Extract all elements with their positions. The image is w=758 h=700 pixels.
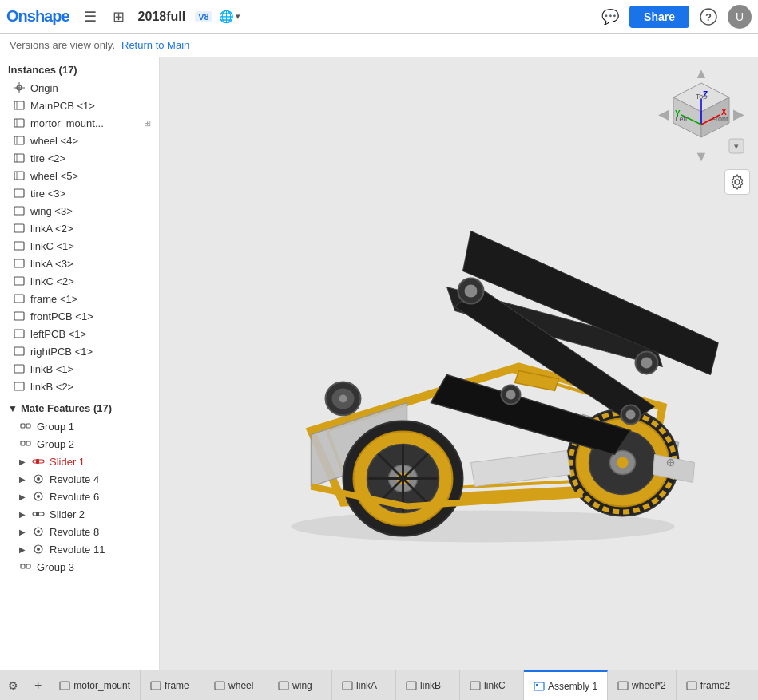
viewport-settings-button[interactable]	[724, 169, 750, 195]
group-icon	[19, 420, 32, 433]
sidebar-item-frontpcb[interactable]: frontPCB <1>	[0, 307, 159, 325]
bottom-tabs: ⚙ + motor_mount frame wheel wing linkA l…	[0, 670, 758, 700]
svg-rect-27	[21, 424, 25, 428]
tab-settings-button[interactable]: ⚙	[0, 670, 26, 700]
part-icon-13	[13, 310, 26, 322]
svg-rect-22	[14, 312, 24, 320]
sidebar-item-linkc2[interactable]: linkC <2>	[0, 272, 159, 290]
tab-icon-frame2	[686, 680, 697, 691]
tab-icon-linkb	[406, 680, 417, 691]
svg-point-93	[506, 390, 515, 399]
sidebar-item-origin[interactable]: Origin	[0, 79, 159, 97]
instances-header: Instances (17)	[0, 57, 159, 79]
revolute-icon-2	[32, 490, 45, 503]
mate-item-revolute6[interactable]: ▶ Revolute 6	[0, 488, 159, 505]
chat-button[interactable]: 💬	[597, 4, 623, 30]
mate-item-group2[interactable]: Group 2	[0, 435, 159, 453]
sidebar-item-motor-mount[interactable]: mortor_mount... ⊞	[0, 114, 159, 132]
sidebar-item-linkc1[interactable]: linkC <1>	[0, 237, 159, 255]
sidebar: Instances (17) Origin MainPCB <1> mortor…	[0, 57, 160, 670]
tab-icon-linka	[342, 680, 353, 691]
group-icon-3	[19, 560, 32, 573]
svg-point-91	[641, 357, 652, 368]
tab-wing[interactable]: wing	[268, 670, 332, 700]
svg-text:?: ?	[705, 11, 712, 23]
tab-wheel[interactable]: wheel	[204, 670, 268, 700]
3d-scene	[247, 167, 718, 560]
menu-button[interactable]: ☰	[79, 6, 101, 28]
expand-arrow-2: ▶	[19, 475, 26, 484]
svg-rect-109	[215, 682, 224, 690]
tab-frame[interactable]: frame	[141, 670, 204, 700]
svg-rect-7	[14, 119, 24, 127]
topbar-right: 💬 Share ? U	[597, 4, 752, 30]
feature-list-button[interactable]: ⊞	[108, 6, 130, 28]
expand-arrow-5: ▶	[19, 528, 26, 536]
svg-rect-19	[14, 259, 24, 267]
mate-features-header[interactable]: ▼ Mate Features (17)	[0, 399, 159, 417]
mate-item-group3[interactable]: Group 3	[0, 558, 159, 575]
sidebar-item-rightpcb[interactable]: rightPCB <1>	[0, 342, 159, 360]
tab-assembly1[interactable]: Assembly 1	[524, 670, 608, 700]
sidebar-item-frame1[interactable]: frame <1>	[0, 290, 159, 307]
tab-linka[interactable]: linkA	[332, 670, 396, 700]
sidebar-item-wheel5[interactable]: wheel <5>	[0, 167, 159, 184]
mate-item-revolute4[interactable]: ▶ Revolute 4	[0, 470, 159, 488]
mate-item-revolute11[interactable]: ▶ Revolute 11	[0, 540, 159, 558]
tab-wheel2[interactable]: wheel*2	[608, 670, 677, 700]
user-avatar[interactable]: U	[728, 5, 752, 29]
mate-item-slider2[interactable]: ▶ Slider 2	[0, 505, 159, 523]
svg-rect-107	[60, 682, 69, 690]
sidebar-item-linkb2[interactable]: linkB <2>	[0, 378, 159, 395]
3d-viewport[interactable]: ▲ ▼ ◀ ▶ Z X Y Top Left Fro	[160, 57, 758, 670]
sidebar-item-linka2[interactable]: linkA <2>	[0, 219, 159, 237]
tab-linkc[interactable]: linkC	[460, 670, 524, 700]
tab-icon-frame	[150, 680, 161, 691]
svg-rect-11	[14, 154, 24, 162]
sidebar-item-linkb1[interactable]: linkB <1>	[0, 360, 159, 378]
sidebar-item-leftpcb[interactable]: leftPCB <1>	[0, 325, 159, 342]
svg-rect-16	[14, 207, 24, 215]
return-to-main-link[interactable]: Return to Main	[121, 39, 189, 51]
svg-rect-15	[14, 189, 24, 197]
tab-frame2[interactable]: frame2	[677, 670, 740, 700]
tab-icon-wheel2	[617, 680, 629, 691]
svg-text:Top: Top	[696, 93, 708, 101]
part-icon-5	[13, 169, 26, 182]
tab-linkb[interactable]: linkB	[396, 670, 460, 700]
part-icon-17	[13, 380, 26, 393]
tab-add-button[interactable]: +	[26, 670, 50, 700]
top-bar: Onshape ☰ ⊞ 2018full full V8 🌐▾ 💬 Share …	[0, 0, 758, 34]
app-logo: Onshape	[6, 7, 69, 26]
sidebar-item-tire2[interactable]: tire <2>	[0, 149, 159, 167]
part-icon-10	[13, 257, 26, 270]
mate-item-group1[interactable]: Group 1	[0, 417, 159, 435]
svg-rect-9	[14, 136, 24, 144]
nav-cube[interactable]: ▲ ▼ ◀ ▶ Z X Y Top Left Fro	[657, 67, 745, 163]
svg-point-42	[37, 548, 40, 551]
language-selector[interactable]: 🌐▾	[219, 10, 240, 24]
sidebar-item-linka3[interactable]: linkA <3>	[0, 255, 159, 272]
svg-rect-111	[343, 682, 352, 690]
mate-item-revolute8[interactable]: ▶ Revolute 8	[0, 523, 159, 540]
tab-motor-mount[interactable]: motor_mount	[50, 670, 141, 700]
sidebar-divider	[0, 397, 159, 397]
part-icon-3	[13, 134, 26, 147]
mate-item-slider1[interactable]: ▶ Slider 1	[0, 453, 159, 470]
svg-rect-30	[26, 441, 30, 445]
svg-rect-28	[26, 424, 30, 428]
sidebar-item-wheel4[interactable]: wheel <4>	[0, 132, 159, 149]
sidebar-item-mainpcb[interactable]: MainPCB <1>	[0, 97, 159, 114]
sidebar-item-tire3[interactable]: tire <3>	[0, 184, 159, 202]
svg-rect-20	[14, 277, 24, 285]
sidebar-item-wing3[interactable]: wing <3>	[0, 202, 159, 219]
svg-rect-21	[14, 295, 24, 303]
svg-text:▼: ▼	[694, 148, 708, 163]
help-button[interactable]: ?	[696, 4, 721, 30]
share-button[interactable]: Share	[629, 6, 689, 28]
svg-rect-115	[536, 684, 538, 686]
svg-rect-29	[21, 441, 25, 445]
version-bar: Versions are view only. Return to Main	[0, 34, 758, 57]
part-icon-11	[13, 275, 26, 287]
svg-point-89	[464, 284, 477, 297]
